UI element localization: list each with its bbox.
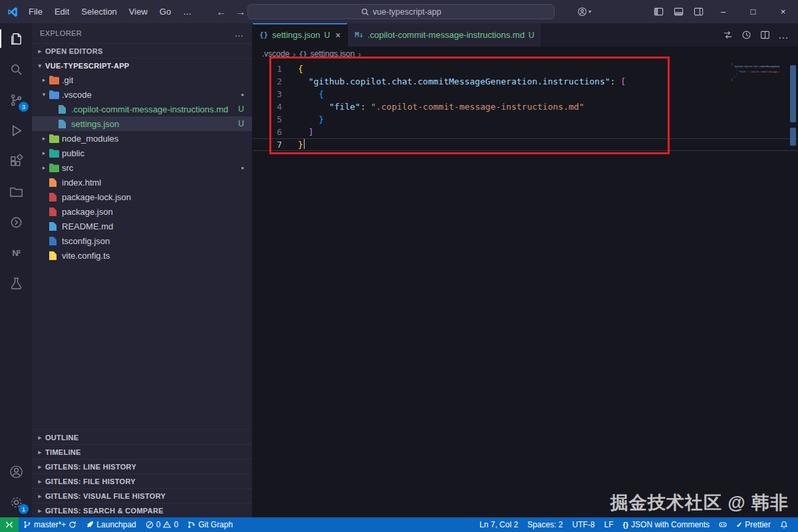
explorer-title: EXPLORER	[40, 29, 82, 37]
tree-item--copilot-commit-message-instructions-md[interactable]: .copilot-commit-message-instructions.mdU	[32, 102, 252, 116]
explorer-more-actions-icon[interactable]: …	[235, 28, 244, 39]
panel-label: GITLENS: FILE HISTORY	[45, 477, 136, 485]
menu-edit[interactable]: Edit	[49, 0, 75, 23]
menu-go[interactable]: Go	[154, 0, 177, 23]
code-line-7[interactable]: 7}	[253, 138, 798, 151]
file-icon	[49, 193, 61, 201]
tree-item-package-json[interactable]: package.json	[32, 204, 252, 219]
panel-gitlens-visual-file-history[interactable]: ▸GITLENS: VISUAL FILE HISTORY	[32, 488, 252, 503]
activitybar-extensions[interactable]	[0, 146, 32, 176]
tab-bar: {} settings.json U × M↓ .copilot-commit-…	[253, 23, 798, 47]
code-line-3[interactable]: 3 {	[253, 88, 798, 100]
chevron-right-icon: ▸	[39, 150, 49, 156]
tree-item-public[interactable]: ▸public	[32, 146, 252, 160]
open-editors-header[interactable]: ▸ OPEN EDITORS	[32, 43, 252, 58]
panel-outline[interactable]: ▸OUTLINE	[32, 430, 252, 444]
breadcrumb-folder[interactable]: .vscode	[262, 49, 289, 59]
activitybar-live-share[interactable]	[0, 207, 32, 237]
minimap[interactable]: { "github.copilot.chat.commitMessageGene…	[732, 63, 779, 81]
activitybar-explorer[interactable]	[0, 23, 32, 54]
profile-menu[interactable]: ▾	[573, 0, 591, 23]
open-changes-icon[interactable]	[720, 27, 735, 43]
tree-item-tsconfig-json[interactable]: tsconfig.json	[32, 233, 252, 248]
status-remote[interactable]	[0, 517, 19, 532]
folder-icon	[49, 90, 61, 99]
status-git-graph[interactable]: Git Graph	[183, 517, 237, 532]
activitybar-testing[interactable]	[0, 268, 32, 299]
status-label: Spaces: 2	[527, 520, 563, 529]
close-tab-icon[interactable]: ×	[335, 30, 340, 41]
tab-settings-json[interactable]: {} settings.json U ×	[253, 23, 348, 47]
nav-forward-icon[interactable]: →	[235, 6, 245, 17]
activitybar-search[interactable]	[0, 54, 32, 84]
tree-item--git[interactable]: ▸.git	[32, 72, 252, 87]
activitybar-source-control[interactable]: 3	[0, 84, 32, 115]
activitybar-project-manager[interactable]	[0, 176, 32, 207]
status-label: master*+	[34, 520, 66, 529]
code-line-1[interactable]: 1{	[253, 63, 798, 75]
code-lines: 1{2 "github.copilot.chat.commitMessageGe…	[253, 63, 798, 151]
sidebar-panels: ▸OUTLINE▸TIMELINE▸GITLENS: LINE HISTORY▸…	[32, 430, 252, 517]
status-formatter[interactable]: ✓Prettier	[732, 517, 775, 532]
tree-item--vscode[interactable]: ▾.vscode●	[32, 87, 252, 102]
status-notifications[interactable]	[775, 517, 793, 532]
activitybar-n2-extension[interactable]: N²	[0, 237, 32, 268]
tree-item-readme-md[interactable]: README.md	[32, 219, 252, 233]
window-minimize-button[interactable]: –	[708, 0, 738, 23]
tree-item-vite-config-ts[interactable]: vite.config.ts	[32, 248, 252, 263]
timeline-history-icon[interactable]	[738, 27, 754, 43]
breadcrumb-file[interactable]: settings.json	[311, 49, 355, 59]
panel-label: GITLENS: LINE HISTORY	[45, 463, 136, 471]
status-cursor-position[interactable]: Ln 7, Col 2	[475, 517, 523, 532]
tree-item-settings-json[interactable]: settings.jsonU	[32, 116, 252, 131]
panel-gitlens-file-history[interactable]: ▸GITLENS: FILE HISTORY	[32, 473, 252, 488]
tree-item-index-html[interactable]: index.html	[32, 175, 252, 190]
window-maximize-button[interactable]: □	[738, 0, 768, 23]
window-close-button[interactable]: ×	[768, 0, 798, 23]
split-editor-icon[interactable]	[757, 27, 773, 43]
panel-gitlens-line-history[interactable]: ▸GITLENS: LINE HISTORY	[32, 459, 252, 473]
menu-more[interactable]: …	[177, 0, 198, 23]
command-center-search[interactable]: vue-typescript-app	[247, 4, 555, 19]
status-problems[interactable]: 00	[141, 517, 183, 532]
code-line-6[interactable]: 6 ]	[253, 126, 798, 138]
tree-item-src[interactable]: ▸src●	[32, 160, 252, 175]
code-editor[interactable]: 1{2 "github.copilot.chat.commitMessageGe…	[253, 61, 798, 517]
status-language-mode[interactable]: {}JSON with Comments	[618, 517, 715, 532]
toggle-primary-sidebar-icon[interactable]	[648, 0, 668, 23]
tree-item-package-lock-json[interactable]: package-lock.json	[32, 190, 252, 204]
panel-gitlens-search-compare[interactable]: ▸GITLENS: SEARCH & COMPARE	[32, 503, 252, 517]
toggle-secondary-sidebar-icon[interactable]	[688, 0, 708, 23]
status-launchpad[interactable]: Launchpad	[81, 517, 140, 532]
more-actions-icon[interactable]: …	[775, 27, 791, 43]
menu-view[interactable]: View	[123, 0, 154, 23]
line-number: 3	[253, 88, 282, 100]
activitybar-accounts[interactable]	[0, 456, 32, 487]
nav-back-icon[interactable]: ←	[216, 6, 226, 17]
status-eol[interactable]: LF	[599, 517, 618, 532]
status-label: 0	[156, 520, 161, 529]
tab-copilot-instructions-md[interactable]: M↓ .copilot-commit-message-instructions.…	[348, 23, 541, 47]
account-icon	[9, 464, 24, 479]
activitybar-settings[interactable]: 1	[0, 487, 32, 517]
line-number: 1	[253, 63, 282, 75]
code-line-5[interactable]: 5 }	[253, 113, 798, 126]
menu-file[interactable]: File	[23, 0, 49, 23]
menu-selection[interactable]: Selection	[75, 0, 122, 23]
rocket-icon	[86, 521, 94, 529]
status-branch[interactable]: master*+	[19, 517, 81, 532]
code-line-2[interactable]: 2 "github.copilot.chat.commitMessageGene…	[253, 75, 798, 88]
chevron-right-icon: ›	[293, 49, 295, 59]
toggle-panel-icon[interactable]	[668, 0, 688, 23]
status-copilot[interactable]	[714, 517, 732, 532]
watermark-text: 掘金技术社区 @ 韩非	[610, 491, 789, 515]
status-indentation[interactable]: Spaces: 2	[523, 517, 567, 532]
status-encoding[interactable]: UTF-8	[567, 517, 599, 532]
file-icon	[49, 207, 61, 216]
panel-timeline[interactable]: ▸TIMELINE	[32, 444, 252, 459]
activitybar-run-debug[interactable]	[0, 115, 32, 146]
folder-icon	[49, 164, 61, 172]
tree-item-node-modules[interactable]: ▸node_modules	[32, 131, 252, 146]
workspace-root-header[interactable]: ▾ VUE-TYPESCRIPT-APP	[32, 58, 252, 72]
code-line-4[interactable]: 4 "file": ".copilot-commit-message-instr…	[253, 100, 798, 113]
